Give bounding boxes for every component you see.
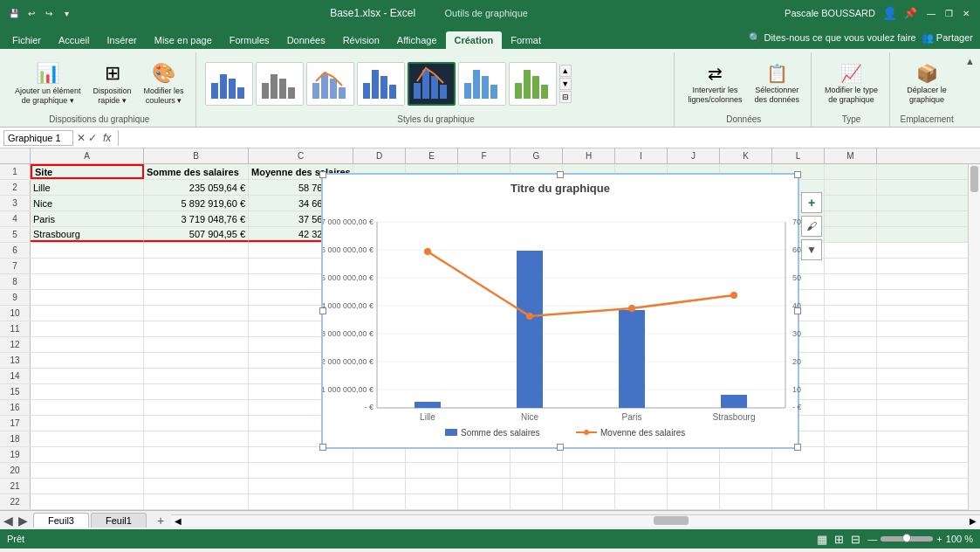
- col-header-j[interactable]: J: [668, 148, 720, 163]
- cell-i20[interactable]: [615, 463, 668, 478]
- cell-m9[interactable]: [825, 290, 877, 305]
- col-header-a[interactable]: A: [31, 148, 144, 163]
- cell-b13[interactable]: [144, 353, 249, 368]
- cell-b22[interactable]: [144, 494, 249, 509]
- cell-b2[interactable]: 235 059,64 €: [144, 180, 249, 195]
- cell-a20[interactable]: [31, 463, 144, 478]
- handle-bc[interactable]: [557, 444, 564, 451]
- cell-g20[interactable]: [511, 463, 563, 478]
- account-icon[interactable]: 👤: [882, 6, 897, 20]
- move-chart-btn[interactable]: 📦 Déplacer legraphique: [902, 60, 951, 107]
- col-header-l[interactable]: L: [772, 148, 825, 163]
- cell-a14[interactable]: [31, 369, 144, 383]
- col-header-d[interactable]: D: [353, 148, 406, 163]
- cell-i19[interactable]: [615, 447, 668, 462]
- chart-filter-btn[interactable]: ▼: [801, 239, 822, 260]
- cell-m18[interactable]: [825, 431, 877, 446]
- cell-c20[interactable]: [249, 463, 353, 478]
- cell-a15[interactable]: [31, 384, 144, 399]
- cell-j19[interactable]: [668, 447, 720, 462]
- cell-e21[interactable]: [406, 479, 458, 493]
- cell-f20[interactable]: [458, 463, 511, 478]
- cell-d21[interactable]: [353, 479, 406, 493]
- h-scroll-right-btn[interactable]: ▶: [966, 516, 980, 526]
- cell-m1[interactable]: [825, 164, 877, 179]
- cell-a2[interactable]: Lille: [31, 180, 144, 195]
- cell-a18[interactable]: [31, 431, 144, 446]
- cell-k21[interactable]: [720, 479, 772, 493]
- ribbon-expand-btn[interactable]: ▲: [963, 54, 977, 68]
- col-header-f[interactable]: F: [458, 148, 511, 163]
- cell-b10[interactable]: [144, 306, 249, 321]
- col-header-g[interactable]: G: [511, 148, 563, 163]
- tab-fichier[interactable]: Fichier: [3, 31, 50, 49]
- cell-f22[interactable]: [458, 494, 511, 509]
- quick-layout-btn[interactable]: ⊞ Dispositionrapide ▾: [89, 59, 136, 108]
- cell-a8[interactable]: [31, 274, 144, 289]
- cell-b14[interactable]: [144, 369, 249, 383]
- save-icon[interactable]: 💾: [7, 6, 21, 20]
- cell-b5[interactable]: 507 904,95 €: [144, 227, 249, 242]
- tab-affichage[interactable]: Affichage: [388, 31, 446, 49]
- chart-container[interactable]: Titre du graphique 7 000 000,00 € 6 000 …: [321, 173, 799, 449]
- style-thumb-5[interactable]: [408, 62, 456, 106]
- col-header-e[interactable]: E: [406, 148, 458, 163]
- handle-bl[interactable]: [319, 444, 326, 451]
- handle-tr[interactable]: [794, 171, 801, 178]
- style-thumb-3[interactable]: [306, 62, 354, 106]
- style-thumb-7[interactable]: [509, 62, 557, 106]
- cell-j20[interactable]: [668, 463, 720, 478]
- help-prompt[interactable]: 🔍 Dites-nous ce que vous voulez faire: [749, 32, 915, 44]
- tab-format[interactable]: Format: [502, 31, 550, 49]
- sheet-tab-feuil1[interactable]: Feuil1: [91, 513, 147, 528]
- cell-d20[interactable]: [353, 463, 406, 478]
- cell-b15[interactable]: [144, 384, 249, 399]
- tab-revision[interactable]: Révision: [334, 31, 388, 49]
- change-colors-btn[interactable]: 🎨 Modifier lescouleurs ▾: [140, 59, 188, 108]
- restore-btn[interactable]: ❐: [942, 6, 956, 20]
- cell-l21[interactable]: [772, 479, 825, 493]
- cell-b19[interactable]: [144, 447, 249, 462]
- cell-b1[interactable]: Somme des salaires: [144, 164, 249, 179]
- cell-b11[interactable]: [144, 321, 249, 336]
- cell-a5[interactable]: Strasbourg: [31, 227, 144, 242]
- cell-m4[interactable]: [825, 211, 877, 226]
- name-box[interactable]: Graphique 1: [3, 130, 73, 146]
- cell-a6[interactable]: [31, 243, 144, 258]
- cell-e20[interactable]: [406, 463, 458, 478]
- h-scroll-track[interactable]: [185, 516, 966, 525]
- confirm-formula-btn[interactable]: ✓: [88, 132, 97, 144]
- cell-c19[interactable]: [249, 447, 353, 462]
- cell-b12[interactable]: [144, 337, 249, 352]
- cell-k22[interactable]: [720, 494, 772, 509]
- partager-btn[interactable]: 👥 Partager: [922, 32, 973, 44]
- cell-b9[interactable]: [144, 290, 249, 305]
- cell-h20[interactable]: [563, 463, 615, 478]
- tab-mise-en-page[interactable]: Mise en page: [146, 31, 221, 49]
- sheet-tab-feuil3[interactable]: Feuil3: [33, 513, 89, 528]
- cell-b16[interactable]: [144, 400, 249, 415]
- undo-icon[interactable]: ↩: [24, 6, 38, 20]
- redo-icon[interactable]: ↪: [42, 6, 56, 20]
- cell-b4[interactable]: 3 719 048,76 €: [144, 211, 249, 226]
- view-normal-btn[interactable]: ▦: [817, 533, 827, 546]
- cell-a7[interactable]: [31, 259, 144, 273]
- col-header-m[interactable]: M: [825, 148, 877, 163]
- cell-m19[interactable]: [825, 447, 877, 462]
- cell-b3[interactable]: 5 892 919,60 €: [144, 196, 249, 210]
- cell-b7[interactable]: [144, 259, 249, 273]
- cell-m7[interactable]: [825, 259, 877, 273]
- cell-f19[interactable]: [458, 447, 511, 462]
- cell-k19[interactable]: [720, 447, 772, 462]
- cell-m20[interactable]: [825, 463, 877, 478]
- cell-h19[interactable]: [563, 447, 615, 462]
- zoom-slider-thumb[interactable]: [902, 534, 911, 542]
- add-element-btn[interactable]: 📊 Ajouter un élémentde graphique ▾: [10, 59, 86, 108]
- cell-m8[interactable]: [825, 274, 877, 289]
- cell-a22[interactable]: [31, 494, 144, 509]
- handle-tl[interactable]: [319, 171, 326, 178]
- sheet-scroll-right-btn[interactable]: ▶: [17, 514, 30, 528]
- cell-a10[interactable]: [31, 306, 144, 321]
- view-page-btn[interactable]: ⊟: [851, 533, 860, 546]
- cell-m11[interactable]: [825, 321, 877, 336]
